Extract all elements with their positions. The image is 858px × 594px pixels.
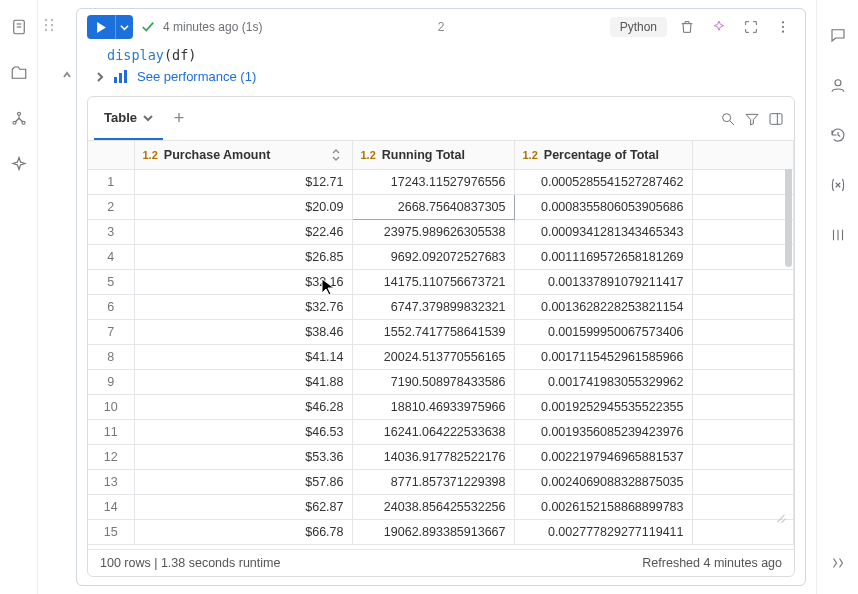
cell-running-total[interactable]: 14036.917782522176 [352, 444, 514, 469]
drag-handle-icon[interactable] [43, 17, 55, 36]
run-dropdown[interactable] [115, 15, 133, 39]
cell-purchase[interactable]: $38.46 [134, 319, 352, 344]
col-percentage[interactable]: 1.2Percentage of Total [514, 141, 692, 169]
cell-purchase[interactable]: $62.87 [134, 494, 352, 519]
cell-running-total[interactable]: 23975.989626305538 [352, 219, 514, 244]
collapse-chevron-icon[interactable] [61, 69, 73, 84]
cell-percentage[interactable]: 0.0022197946965881537 [514, 444, 692, 469]
assistant-icon[interactable] [6, 152, 32, 178]
cell-purchase[interactable]: $46.28 [134, 394, 352, 419]
table-row[interactable]: 5$32.1614175.1107566737210.0013378910792… [88, 269, 794, 294]
cell-running-total[interactable]: 19062.893385913667 [352, 519, 514, 544]
table-row[interactable]: 11$46.5316241.0642225336380.001935608523… [88, 419, 794, 444]
cell-running-total[interactable]: 8771.857371229398 [352, 469, 514, 494]
delete-icon[interactable] [675, 15, 699, 39]
svg-point-13 [782, 21, 784, 23]
table-row[interactable]: 9$41.887190.5089784335860.00174198305532… [88, 369, 794, 394]
table-row[interactable]: 4$26.859692.0920725276830.00111695726581… [88, 244, 794, 269]
filter-icon[interactable] [740, 107, 764, 131]
cell-percentage[interactable]: 0.0009341281343465343 [514, 219, 692, 244]
row-number: 15 [88, 519, 134, 544]
cell-purchase[interactable]: $41.14 [134, 344, 352, 369]
profile-icon[interactable] [825, 72, 851, 98]
cell-percentage[interactable]: 0.0013628228253821154 [514, 294, 692, 319]
cell-percentage[interactable]: 0.0005285541527287462 [514, 169, 692, 194]
cell-running-total[interactable]: 9692.092072527683 [352, 244, 514, 269]
tab-table[interactable]: Table [94, 97, 163, 140]
cell-percentage[interactable]: 0.0008355806053905686 [514, 194, 692, 219]
cell-running-total[interactable]: 7190.508978433586 [352, 369, 514, 394]
cell-running-total[interactable]: 2668.75640837305 [352, 194, 514, 219]
cell-percentage[interactable]: 0.0026152158868899783 [514, 494, 692, 519]
cell-spacer [692, 394, 794, 419]
cell-spacer [692, 169, 794, 194]
table-row[interactable]: 14$62.8724038.8564255322560.002615215886… [88, 494, 794, 519]
cell-running-total[interactable]: 17243.11527976556 [352, 169, 514, 194]
resize-handle-icon[interactable] [774, 509, 786, 521]
row-number: 4 [88, 244, 134, 269]
cell-running-total[interactable]: 14175.110756673721 [352, 269, 514, 294]
panel-icon[interactable] [764, 107, 788, 131]
cell-purchase[interactable]: $32.16 [134, 269, 352, 294]
cell-running-total[interactable]: 1552.7417758641539 [352, 319, 514, 344]
row-number: 9 [88, 369, 134, 394]
cell-percentage[interactable]: 0.001337891079211417 [514, 269, 692, 294]
table-row[interactable]: 2$20.092668.756408373050.000835580605390… [88, 194, 794, 219]
toggle-panel-icon[interactable] [825, 222, 851, 248]
cell-spacer [692, 469, 794, 494]
table-row[interactable]: 8$41.1420024.5137705561650.0017115452961… [88, 344, 794, 369]
table-row[interactable]: 3$22.4623975.9896263055380.0009341281343… [88, 219, 794, 244]
cell-purchase[interactable]: $12.71 [134, 169, 352, 194]
history-icon[interactable] [825, 122, 851, 148]
table-row[interactable]: 13$57.868771.8573712293980.0024069088328… [88, 469, 794, 494]
cell-running-total[interactable]: 18810.46933975966 [352, 394, 514, 419]
language-badge[interactable]: Python [610, 17, 667, 37]
cell-running-total[interactable]: 6747.379899832321 [352, 294, 514, 319]
run-button[interactable] [87, 15, 133, 39]
table-row[interactable]: 12$53.3614036.9177825221760.002219794696… [88, 444, 794, 469]
variables-icon[interactable] [825, 172, 851, 198]
table-row[interactable]: 1$12.7117243.115279765560.00052855415272… [88, 169, 794, 194]
cell-percentage[interactable]: 0.001599950067573406 [514, 319, 692, 344]
table-row[interactable]: 10$46.2818810.469339759660.0019252945535… [88, 394, 794, 419]
cell-percentage[interactable]: 0.0024069088328875035 [514, 469, 692, 494]
expand-icon[interactable] [739, 15, 763, 39]
col-purchase-amount[interactable]: 1.2Purchase Amount [134, 141, 352, 169]
cell-percentage[interactable]: 0.001741983055329962 [514, 369, 692, 394]
structure-icon[interactable] [6, 106, 32, 132]
cell-percentage[interactable]: 0.002777829277119411 [514, 519, 692, 544]
folder-icon[interactable] [6, 60, 32, 86]
cell-purchase[interactable]: $46.53 [134, 419, 352, 444]
cell-purchase[interactable]: $66.78 [134, 519, 352, 544]
cell-purchase[interactable]: $57.86 [134, 469, 352, 494]
add-tab-button[interactable]: + [163, 108, 195, 129]
cell-running-total[interactable]: 16241.064222533638 [352, 419, 514, 444]
cell-purchase[interactable]: $20.09 [134, 194, 352, 219]
data-table: 1.2Purchase Amount 1.2Running Total 1.2P… [88, 141, 794, 545]
table-row[interactable]: 6$32.766747.3798998323210.00136282282538… [88, 294, 794, 319]
cell-running-total[interactable]: 24038.856425532256 [352, 494, 514, 519]
cell-purchase[interactable]: $32.76 [134, 294, 352, 319]
table-row[interactable]: 15$66.7819062.8933859136670.002777829277… [88, 519, 794, 544]
search-icon[interactable] [716, 107, 740, 131]
table-row[interactable]: 7$38.461552.74177586415390.0015999500675… [88, 319, 794, 344]
cell-purchase[interactable]: $22.46 [134, 219, 352, 244]
keyboard-icon[interactable] [825, 550, 851, 576]
sparkle-icon[interactable] [707, 15, 731, 39]
cell-percentage[interactable]: 0.0011169572658181269 [514, 244, 692, 269]
col-running-total[interactable]: 1.2Running Total [352, 141, 514, 169]
svg-rect-21 [770, 113, 782, 124]
cell-running-total[interactable]: 20024.513770556165 [352, 344, 514, 369]
notebook-icon[interactable] [6, 14, 32, 40]
cell-spacer [692, 419, 794, 444]
performance-row[interactable]: See performance (1) [77, 67, 805, 92]
cell-purchase[interactable]: $26.85 [134, 244, 352, 269]
chat-icon[interactable] [825, 22, 851, 48]
kebab-icon[interactable] [771, 15, 795, 39]
cell-percentage[interactable]: 0.0019252945535522355 [514, 394, 692, 419]
code-editor[interactable]: display(df) [77, 45, 805, 67]
cell-purchase[interactable]: $41.88 [134, 369, 352, 394]
cell-percentage[interactable]: 0.0019356085239423976 [514, 419, 692, 444]
cell-percentage[interactable]: 0.0017115452961585966 [514, 344, 692, 369]
cell-purchase[interactable]: $53.36 [134, 444, 352, 469]
